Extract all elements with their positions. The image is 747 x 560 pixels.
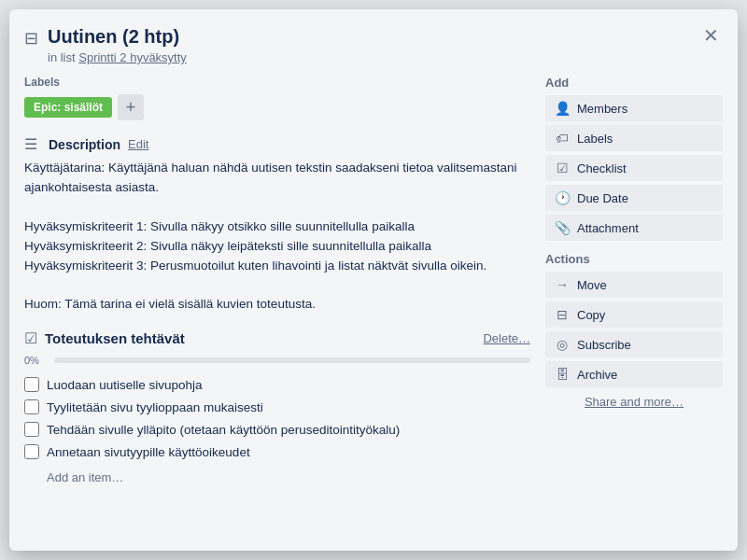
card-subtitle: in list Sprintti 2 hyväksytty — [48, 50, 723, 64]
progress-bar-background — [54, 357, 530, 363]
members-button[interactable]: 👤 Members — [545, 95, 723, 121]
main-content: Labels Epic: sisällöt + ☰ Description Ed… — [24, 76, 530, 536]
due-date-button[interactable]: 🕐 Due Date — [545, 185, 723, 211]
checklist-item-text-3: Tehdään sivulle ylläpito (otetaan käyttö… — [47, 423, 400, 437]
checklist-title-row: ☑ Toteutuksen tehtävät — [24, 329, 185, 347]
attachment-icon: 📎 — [555, 220, 570, 235]
checklist-item: Tyylitetään sivu tyylioppaan mukaisesti — [24, 396, 530, 418]
subscribe-icon: ◎ — [555, 337, 570, 352]
list-link[interactable]: Sprintti 2 hyväksytty — [78, 50, 187, 64]
labels-button[interactable]: 🏷 Labels — [545, 125, 723, 151]
copy-label: Copy — [577, 308, 605, 322]
checklist-header: ☑ Toteutuksen tehtävät Delete… — [24, 329, 530, 347]
card-modal: ⊟ Uutinen (2 htp) in list Sprintti 2 hyv… — [9, 9, 738, 551]
labels-label: Labels — [577, 132, 613, 146]
checklist-item-checkbox-3[interactable] — [24, 422, 39, 437]
move-button[interactable]: → Move — [545, 272, 723, 298]
progress-percent: 0% — [24, 355, 47, 366]
description-section: ☰ Description Edit Käyttäjätarina: Käytt… — [24, 135, 530, 315]
checklist-button[interactable]: ☑ Checklist — [545, 155, 723, 181]
checklist-title: Toteutuksen tehtävät — [45, 330, 185, 346]
copy-button[interactable]: ⊟ Copy — [545, 301, 723, 328]
description-edit-button[interactable]: Edit — [128, 137, 148, 151]
add-item-link[interactable]: Add an item… — [47, 470, 530, 484]
labels-row: Epic: sisällöt + — [24, 94, 530, 120]
title-area: Uutinen (2 htp) in list Sprintti 2 hyväk… — [48, 24, 723, 64]
labels-title: Labels — [24, 76, 530, 89]
description-header: ☰ Description Edit — [24, 135, 530, 153]
checklist-add-icon: ☑ — [555, 161, 570, 175]
share-and-more-link[interactable]: Share and more… — [545, 395, 723, 409]
move-icon: → — [555, 277, 570, 292]
archive-button[interactable]: 🗄 Archive — [545, 361, 723, 387]
due-date-label: Due Date — [577, 191, 628, 205]
description-icon: ☰ — [24, 135, 37, 153]
description-text: Käyttäjätarina: Käyttäjänä haluan nähdä … — [24, 159, 530, 315]
subscribe-label: Subscribe — [577, 338, 631, 352]
checklist-icon: ☑ — [24, 329, 37, 347]
progress-row: 0% — [24, 355, 530, 366]
actions-section-title: Actions — [545, 252, 723, 266]
sidebar: Add 👤 Members 🏷 Labels ☑ Checklist 🕐 Due… — [545, 76, 723, 536]
copy-icon: ⊟ — [555, 307, 570, 322]
checklist-items: Luodaan uutiselle sivupohja Tyylitetään … — [24, 373, 530, 463]
subtitle-prefix: in list — [48, 50, 76, 64]
modal-header: ⊟ Uutinen (2 htp) in list Sprintti 2 hyv… — [24, 24, 723, 64]
modal-body: Labels Epic: sisällöt + ☰ Description Ed… — [24, 76, 723, 536]
add-section-title: Add — [545, 76, 723, 90]
checklist-item-text-4: Annetaan sivutyypille käyttöoikeudet — [47, 445, 250, 459]
checklist-section: ☑ Toteutuksen tehtävät Delete… 0% Luodaa… — [24, 329, 530, 484]
checklist-item-checkbox-1[interactable] — [24, 377, 39, 392]
add-label-button[interactable]: + — [118, 94, 144, 120]
card-title: Uutinen (2 htp) — [48, 24, 723, 49]
epic-label-badge[interactable]: Epic: sisällöt — [24, 97, 112, 118]
description-title: Description — [49, 137, 120, 152]
actions-section: Actions → Move ⊟ Copy ◎ Subscribe 🗄 Arch… — [545, 252, 723, 387]
move-label: Move — [577, 278, 607, 292]
card-icon: ⊟ — [24, 28, 38, 49]
labels-icon: 🏷 — [555, 131, 570, 146]
checklist-item: Luodaan uutiselle sivupohja — [24, 373, 530, 396]
attachment-button[interactable]: 📎 Attachment — [545, 215, 723, 241]
members-icon: 👤 — [555, 101, 570, 116]
subscribe-button[interactable]: ◎ Subscribe — [545, 331, 723, 357]
checklist-delete-button[interactable]: Delete… — [483, 331, 530, 345]
checklist-item-checkbox-4[interactable] — [24, 444, 39, 459]
checklist-item: Tehdään sivulle ylläpito (otetaan käyttö… — [24, 418, 530, 441]
due-date-icon: 🕐 — [555, 190, 570, 205]
close-button[interactable]: ✕ — [696, 21, 726, 50]
labels-section: Labels Epic: sisällöt + — [24, 76, 530, 120]
checklist-label: Checklist — [577, 161, 627, 175]
checklist-item: Annetaan sivutyypille käyttöoikeudet — [24, 441, 530, 463]
attachment-label: Attachment — [577, 221, 639, 235]
archive-label: Archive — [577, 368, 617, 382]
checklist-item-checkbox-2[interactable] — [24, 399, 39, 414]
checklist-item-text-1: Luodaan uutiselle sivupohja — [47, 378, 203, 392]
members-label: Members — [577, 102, 627, 116]
checklist-item-text-2: Tyylitetään sivu tyylioppaan mukaisesti — [47, 400, 263, 414]
archive-icon: 🗄 — [555, 367, 570, 382]
